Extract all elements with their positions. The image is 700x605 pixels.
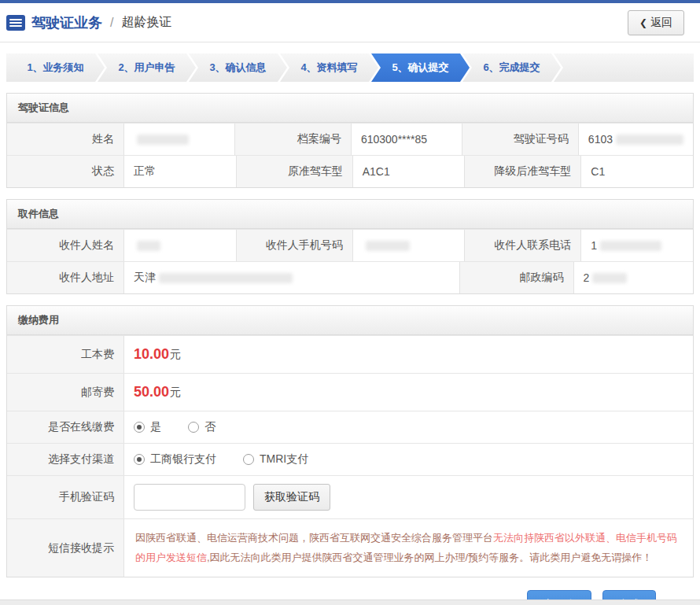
status-value: 正常 (123, 156, 236, 187)
recipient-address-label: 收件人地址 (7, 262, 123, 293)
recipient-name-value (123, 230, 236, 261)
step-1-notice[interactable]: 1、业务须知 (6, 53, 105, 82)
step-wizard: 1、业务须知 2、用户申告 3、确认信息 4、资料填写 5、确认提交 6、完成提… (6, 53, 694, 82)
table-row: 收件人姓名 收件人手机号码 收件人联系电话 1 (7, 229, 693, 261)
radio-checked-icon[interactable] (134, 422, 145, 433)
redacted-value (600, 241, 661, 251)
sms-notice-label: 短信接收提示 (7, 519, 123, 577)
license-number-value: 6103 (578, 124, 693, 155)
sms-code-input[interactable] (134, 484, 245, 511)
step-5-confirm-submit[interactable]: 5、确认提交 (371, 53, 470, 82)
channel-icbc-option[interactable]: 工商银行支付 (134, 452, 216, 467)
recipient-phone-label: 收件人联系电话 (464, 230, 580, 261)
name-value (123, 124, 234, 155)
online-payment-options: 是 否 (123, 411, 693, 443)
recipient-mobile-value (352, 230, 465, 261)
redacted-value (366, 241, 410, 251)
original-class-value: A1C1 (352, 156, 465, 187)
table-row: 收件人地址 天津 邮政编码 2 (7, 261, 693, 293)
online-payment-label: 是否在线缴费 (7, 411, 123, 443)
table-row: 短信接收提示 因陕西省联通、电信运营商技术问题，陕西省互联网交通安全综合服务管理… (7, 518, 693, 577)
table-row: 是否在线缴费 是 否 (7, 411, 693, 443)
production-fee-value: 10.00 元 (123, 336, 693, 373)
radio-checked-icon[interactable] (134, 454, 145, 465)
redacted-value (137, 135, 189, 145)
postal-code-label: 邮政编码 (459, 262, 573, 293)
online-payment-yes-option[interactable]: 是 (134, 420, 161, 434)
postage-fee-amount: 50.00 (134, 384, 169, 400)
table-row: 姓名 档案编号 610300****85 驾驶证号码 6103 (7, 123, 693, 155)
channel-tmri-option[interactable]: TMRI支付 (243, 452, 308, 467)
name-label: 姓名 (7, 124, 123, 155)
sms-code-cell: 获取验证码 (123, 476, 693, 518)
channel-tmri-label: TMRI支付 (260, 452, 308, 467)
sms-notice-text: 因陕西省联通、电信运营商技术问题，陕西省互联网交通安全综合服务管理平台无法向持陕… (123, 519, 693, 577)
step-4-fill-data[interactable]: 4、资料填写 (280, 53, 378, 82)
redacted-value (592, 273, 627, 283)
page-subtitle: 超龄换证 (121, 14, 171, 31)
postage-fee-value: 50.00 元 (123, 374, 693, 411)
production-fee-amount: 10.00 (134, 346, 169, 363)
bottom-strip (0, 599, 700, 605)
downgraded-class-label: 降级后准驾车型 (464, 156, 580, 187)
payment-section-title: 缴纳费用 (7, 306, 693, 335)
chevron-left-icon: ❮ (639, 17, 647, 28)
back-button-label: 返回 (650, 16, 672, 30)
file-number-value: 610300****85 (351, 124, 462, 155)
step-2-declaration[interactable]: 2、用户申告 (98, 53, 196, 82)
payment-fee-section: 缴纳费用 工本费 10.00 元 邮寄费 50.00 元 是否在线缴费 是 否 … (6, 305, 694, 577)
payment-channel-label: 选择支付渠道 (7, 444, 123, 475)
production-fee-unit: 元 (170, 348, 181, 362)
page-title: 驾驶证业务 (31, 13, 102, 32)
breadcrumb-separator: / (110, 16, 113, 30)
channel-icbc-label: 工商银行支付 (150, 452, 216, 467)
postage-fee-label: 邮寄费 (7, 374, 123, 411)
radio-unchecked-icon[interactable] (188, 422, 199, 433)
get-sms-code-button[interactable]: 获取验证码 (253, 484, 330, 511)
redacted-value (159, 273, 293, 283)
step-3-confirm-info[interactable]: 3、确认信息 (189, 53, 287, 82)
sms-code-label: 手机验证码 (7, 476, 123, 518)
list-icon (6, 15, 25, 31)
payment-channel-options: 工商银行支付 TMRI支付 (123, 444, 693, 475)
recipient-address-value: 天津 (123, 262, 459, 293)
file-number-label: 档案编号 (234, 124, 351, 155)
step-6-finish-submit[interactable]: 6、完成提交 (462, 53, 561, 82)
table-row: 邮寄费 50.00 元 (7, 373, 693, 411)
status-label: 状态 (7, 156, 123, 187)
table-row: 选择支付渠道 工商银行支付 TMRI支付 (7, 443, 693, 475)
notice-part2: ,因此无法向此类用户提供陕西省交通管理业务的网上办理/预约等服务。请此类用户避免… (207, 552, 652, 563)
production-fee-label: 工本费 (7, 336, 123, 373)
step-bar-filler (554, 53, 694, 82)
original-class-label: 原准驾车型 (236, 156, 352, 187)
recipient-name-label: 收件人姓名 (7, 230, 123, 261)
postal-code-value: 2 (573, 262, 693, 293)
recipient-mobile-label: 收件人手机号码 (236, 230, 352, 261)
license-info-section: 驾驶证信息 姓名 档案编号 610300****85 驾驶证号码 6103 状态… (6, 93, 694, 188)
redacted-value (616, 135, 683, 145)
breadcrumb: 驾驶证业务 / 超龄换证 (6, 13, 171, 32)
postage-fee-unit: 元 (170, 386, 181, 400)
radio-unchecked-icon[interactable] (243, 454, 254, 465)
downgraded-class-value: C1 (580, 156, 693, 187)
license-number-label: 驾驶证号码 (462, 124, 578, 155)
pickup-info-section: 取件信息 收件人姓名 收件人手机号码 收件人联系电话 1 收件人地址 天津 邮政… (6, 199, 694, 294)
license-section-title: 驾驶证信息 (7, 94, 693, 123)
table-row: 工本费 10.00 元 (7, 335, 693, 373)
recipient-phone-value: 1 (580, 230, 693, 261)
online-payment-yes-label: 是 (150, 420, 161, 434)
pickup-section-title: 取件信息 (7, 200, 693, 229)
redacted-value (137, 241, 160, 251)
back-button[interactable]: ❮ 返回 (628, 10, 684, 35)
online-payment-no-label: 否 (204, 420, 216, 434)
table-row: 状态 正常 原准驾车型 A1C1 降级后准驾车型 C1 (7, 155, 693, 187)
table-row: 手机验证码 获取验证码 (7, 475, 693, 518)
online-payment-no-option[interactable]: 否 (188, 420, 216, 434)
page-header: 驾驶证业务 / 超龄换证 ❮ 返回 (0, 3, 700, 42)
notice-part1: 因陕西省联通、电信运营商技术问题，陕西省互联网交通安全综合服务管理平台 (135, 532, 493, 544)
